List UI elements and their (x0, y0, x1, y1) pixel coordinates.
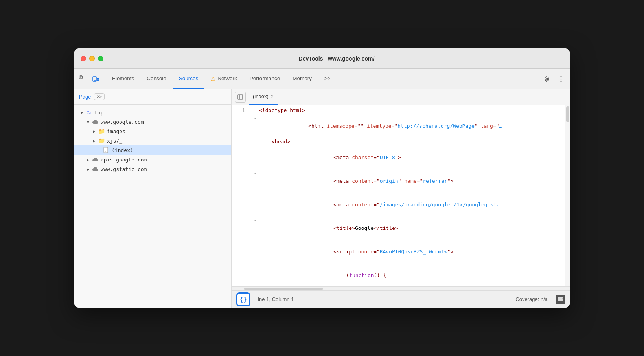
tree-item-top[interactable]: ▼ 🗂 top (74, 108, 231, 117)
toolbar-icons (77, 73, 101, 84)
close-button[interactable] (81, 56, 86, 61)
coverage-label: Coverage: n/a (515, 296, 548, 302)
svg-rect-15 (558, 297, 563, 298)
file-tab-name: (index) (253, 94, 269, 99)
svg-point-7 (561, 81, 562, 82)
code-line-6: - <meta content="/images/branding/google… (232, 193, 565, 217)
cloud-icon-apis (92, 156, 99, 163)
position-label: Line 1, Column 1 (255, 296, 294, 302)
tree-item-apis[interactable]: ▶ apis.google.com (74, 155, 231, 164)
tree-label-xjs: xjs/_ (107, 138, 122, 144)
tree-label-gstatic: www.gstatic.com (101, 166, 147, 172)
tree-item-xjs[interactable]: ▶ 📁 xjs/_ (74, 136, 231, 145)
tab-console[interactable]: Console (140, 69, 173, 89)
code-line-2: - <html itemscope="" itemtype="http://sc… (232, 114, 565, 138)
svg-point-6 (561, 78, 562, 79)
tree-arrow-google: ▼ (85, 119, 91, 125)
sidebar-header: Page >> ⋮ (74, 89, 231, 105)
maximize-button[interactable] (98, 56, 103, 61)
svg-rect-12 (238, 95, 243, 99)
inspect-element-icon[interactable] (77, 73, 88, 84)
code-line-5: - <meta content="origin" name="referrer"… (232, 169, 565, 193)
svg-rect-14 (558, 298, 563, 301)
settings-icon[interactable] (541, 73, 552, 84)
status-bar: { } Line 1, Column 1 Coverage: n/a (232, 290, 570, 308)
tab-network[interactable]: ⚠ Network (204, 69, 243, 89)
code-line-7: - <title>Google</title> (232, 217, 565, 240)
tree-label-google: www.google.com (101, 119, 144, 125)
tree-arrow-xjs: ▶ (92, 138, 97, 143)
tree-item-gstatic[interactable]: ▶ www.gstatic.com (74, 164, 231, 174)
tab-sources[interactable]: Sources (173, 69, 205, 89)
tree-label-apis: apis.google.com (101, 157, 147, 163)
warning-icon: ⚠ (211, 75, 216, 82)
file-icon-index (103, 147, 110, 154)
tree-label-index: (index) (112, 147, 133, 153)
code-line-1: 1 <!doctype html> (232, 106, 565, 114)
code-file-tab-index[interactable]: (index) × (249, 89, 278, 105)
code-line-8: - <script nonce="R4voPf0QhkrBZS_-WccmTw"… (232, 240, 565, 264)
tab-performance[interactable]: Performance (243, 69, 286, 89)
horizontal-scrollbar[interactable] (232, 286, 570, 290)
tree-label-images: images (107, 128, 125, 134)
folder-icon: 🗂 (85, 109, 92, 116)
file-tab-close[interactable]: × (271, 94, 274, 99)
more-options-icon[interactable] (556, 73, 567, 84)
scrollbar-thumb (566, 106, 569, 122)
tab-memory[interactable]: Memory (286, 69, 318, 89)
code-line-3: - <head> (232, 138, 565, 146)
code-panel: (index) × 1 <!doctype html> (232, 89, 570, 308)
cloud-icon-gstatic (92, 165, 99, 172)
title-bar: DevTools - www.google.com/ (74, 48, 570, 69)
tab-elements[interactable]: Elements (106, 69, 140, 89)
tree-arrow-images: ▶ (92, 128, 97, 134)
pretty-print-button[interactable]: { } (236, 292, 250, 306)
file-tree: ▼ 🗂 top ▼ www.google.com ▶ 📁 images (74, 105, 231, 308)
main-content: Page >> ⋮ ▼ 🗂 top ▼ www.google.com (74, 89, 570, 308)
tab-bar: Elements Console Sources ⚠ Network Perfo… (106, 69, 541, 89)
coverage-icon[interactable] (556, 295, 565, 304)
code-line-9: - (function() { (232, 264, 565, 286)
sidebar-more-button[interactable]: >> (94, 93, 105, 100)
window-title: DevTools - www.google.com/ (110, 55, 563, 62)
device-toolbar-icon[interactable] (90, 73, 101, 84)
vertical-scrollbar[interactable] (565, 105, 570, 286)
tree-item-index[interactable]: ▶ (index) (74, 145, 231, 155)
tree-label-top: top (94, 110, 103, 116)
svg-point-5 (561, 76, 562, 77)
sidebar-tab-page[interactable]: Page (79, 94, 91, 100)
traffic-lights (81, 56, 103, 61)
folder-icon-images: 📁 (98, 128, 105, 135)
tree-item-images[interactable]: ▶ 📁 images (74, 127, 231, 136)
sidebar-toggle-icon[interactable] (235, 92, 246, 103)
sidebar: Page >> ⋮ ▼ 🗂 top ▼ www.google.com (74, 89, 232, 308)
minimize-button[interactable] (89, 56, 95, 61)
toolbar-right (541, 73, 567, 84)
cloud-icon-google (92, 118, 99, 125)
code-line-4: - <meta charset="UTF-8"> (232, 146, 565, 169)
sidebar-menu-button[interactable]: ⋮ (219, 92, 226, 101)
devtools-window: DevTools - www.google.com/ Elements (74, 48, 570, 308)
toolbar: Elements Console Sources ⚠ Network Perfo… (74, 69, 570, 89)
folder-icon-xjs: 📁 (98, 137, 105, 144)
tree-arrow-gstatic: ▶ (85, 166, 91, 172)
svg-rect-1 (80, 76, 82, 78)
tree-arrow-apis: ▶ (85, 157, 91, 162)
svg-rect-3 (97, 78, 99, 81)
tab-more[interactable]: >> (318, 69, 337, 89)
h-scrollbar-thumb (244, 288, 323, 290)
code-editor[interactable]: 1 <!doctype html> - <html itemscope="" i… (232, 105, 570, 286)
tree-arrow-top: ▼ (79, 110, 85, 115)
code-tabs: (index) × (232, 89, 570, 105)
tree-item-google[interactable]: ▼ www.google.com (74, 117, 231, 127)
